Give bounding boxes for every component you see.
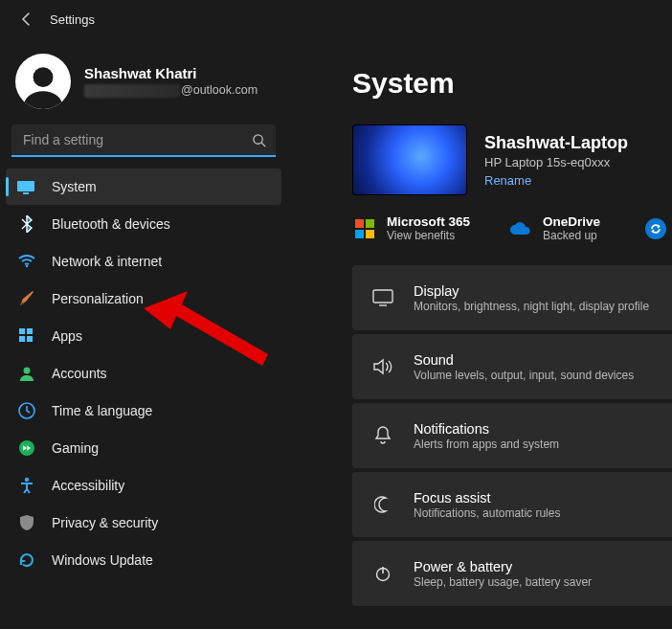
- card-power-battery[interactable]: Power & batterySleep, battery usage, bat…: [352, 541, 672, 606]
- card-focus-assist[interactable]: Focus assistNotifications, automatic rul…: [352, 472, 672, 537]
- nav-label: Time & language: [52, 403, 152, 418]
- svg-rect-8: [19, 336, 25, 342]
- accessibility-icon: [17, 476, 36, 495]
- page-title: System: [352, 67, 672, 100]
- nav-item-accounts[interactable]: Accounts: [6, 355, 281, 392]
- apps-icon: [17, 326, 36, 346]
- person-icon: [17, 364, 36, 383]
- svg-rect-6: [19, 328, 25, 334]
- card-sub: Volume levels, output, input, sound devi…: [414, 369, 634, 382]
- device-name: Shashwat-Laptop: [484, 133, 628, 153]
- svg-line-2: [261, 143, 265, 146]
- onedrive-icon: [508, 216, 533, 241]
- service-onedrive[interactable]: OneDrive Backed up: [508, 214, 600, 242]
- service-sub: Backed up: [543, 229, 600, 242]
- nav-item-privacy[interactable]: Privacy & security: [6, 505, 281, 541]
- card-sub: Alerts from apps and system: [414, 438, 559, 451]
- nav-list: System Bluetooth & devices Network & int…: [6, 168, 281, 578]
- device-block: Shashwat-Laptop HP Laptop 15s-eq0xxx Ren…: [352, 124, 672, 195]
- nav-item-apps[interactable]: Apps: [6, 318, 281, 354]
- nav-label: Privacy & security: [52, 515, 158, 530]
- update-icon: [17, 550, 36, 570]
- svg-rect-16: [355, 230, 364, 238]
- card-sub: Monitors, brightness, night light, displ…: [414, 300, 649, 313]
- svg-point-1: [254, 135, 262, 144]
- bell-icon: [370, 426, 396, 445]
- rename-link[interactable]: Rename: [484, 173, 531, 188]
- card-title: Sound: [414, 352, 634, 368]
- avatar: [15, 54, 71, 109]
- power-icon: [370, 565, 396, 582]
- nav-item-personalization[interactable]: Personalization: [6, 281, 281, 317]
- nav-item-network[interactable]: Network & internet: [6, 243, 281, 280]
- nav-label: System: [52, 179, 97, 194]
- card-title: Power & battery: [414, 559, 592, 574]
- gaming-icon: [17, 438, 36, 458]
- service-sub: View benefits: [387, 229, 470, 242]
- bluetooth-icon: [17, 214, 36, 234]
- card-title: Focus assist: [414, 490, 560, 505]
- window-title: Settings: [50, 12, 95, 27]
- nav-item-gaming[interactable]: Gaming: [6, 430, 281, 466]
- onedrive-sync-badge[interactable]: [645, 218, 666, 239]
- desktop-preview: [352, 124, 467, 195]
- moon-icon: [370, 496, 396, 513]
- nav-label: Windows Update: [52, 552, 153, 568]
- svg-rect-14: [355, 219, 364, 228]
- svg-rect-17: [366, 230, 374, 238]
- svg-point-13: [25, 478, 29, 482]
- service-title: Microsoft 365: [387, 214, 470, 229]
- service-title: OneDrive: [543, 214, 600, 229]
- nav-item-system[interactable]: System: [6, 168, 281, 205]
- search-input[interactable]: [11, 124, 276, 157]
- svg-rect-3: [17, 181, 34, 191]
- svg-rect-7: [27, 328, 33, 334]
- svg-rect-4: [23, 192, 29, 194]
- nav-item-windows-update[interactable]: Windows Update: [6, 542, 281, 578]
- clock-globe-icon: [17, 401, 36, 420]
- back-button[interactable]: [13, 6, 40, 33]
- nav-label: Gaming: [52, 440, 99, 456]
- card-sub: Sleep, battery usage, battery saver: [414, 575, 592, 589]
- svg-point-5: [26, 265, 29, 268]
- system-icon: [17, 177, 36, 196]
- nav-item-accessibility[interactable]: Accessibility: [6, 467, 281, 504]
- svg-rect-15: [366, 219, 374, 228]
- nav-label: Personalization: [52, 291, 144, 306]
- sound-icon: [370, 358, 396, 375]
- nav-item-bluetooth[interactable]: Bluetooth & devices: [6, 206, 281, 242]
- service-microsoft-365[interactable]: Microsoft 365 View benefits: [352, 214, 470, 242]
- device-model: HP Laptop 15s-eq0xxx: [484, 155, 628, 169]
- nav-label: Apps: [52, 328, 82, 344]
- services-row: Microsoft 365 View benefits OneDrive Bac…: [352, 214, 672, 242]
- card-title: Display: [414, 283, 649, 299]
- card-sound[interactable]: SoundVolume levels, output, input, sound…: [352, 334, 672, 399]
- wifi-icon: [17, 252, 36, 271]
- svg-point-0: [34, 67, 54, 87]
- nav-label: Accessibility: [52, 478, 124, 493]
- account-block[interactable]: Shashwat Khatri @outlook.com: [6, 44, 281, 123]
- card-title: Notifications: [414, 421, 559, 437]
- svg-rect-9: [27, 336, 33, 342]
- microsoft-logo-icon: [352, 216, 377, 241]
- email-redacted: [84, 84, 180, 98]
- display-icon: [370, 289, 396, 306]
- svg-rect-18: [373, 290, 392, 303]
- card-notifications[interactable]: NotificationsAlerts from apps and system: [352, 403, 672, 468]
- nav-label: Accounts: [52, 366, 107, 381]
- card-sub: Notifications, automatic rules: [414, 506, 560, 520]
- search-icon: [252, 133, 266, 150]
- svg-point-10: [24, 368, 31, 374]
- paintbrush-icon: [17, 289, 36, 308]
- nav-label: Network & internet: [52, 254, 162, 269]
- nav-label: Bluetooth & devices: [52, 216, 170, 232]
- shield-icon: [17, 513, 36, 532]
- card-display[interactable]: DisplayMonitors, brightness, night light…: [352, 265, 672, 330]
- account-name: Shashwat Khatri: [84, 65, 258, 81]
- account-email: @outlook.com: [84, 83, 258, 98]
- nav-item-time-language[interactable]: Time & language: [6, 393, 281, 429]
